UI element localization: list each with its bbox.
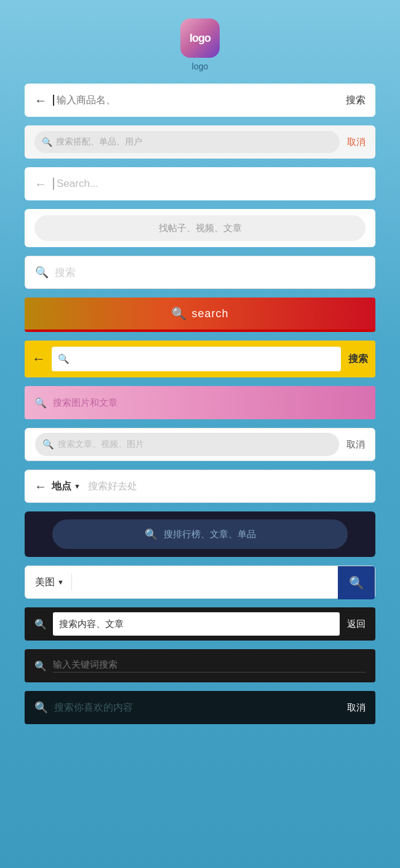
search-pill-9[interactable]: 🔍 搜索文章、视频、图片 bbox=[35, 433, 339, 456]
search-row-3: ← Search... bbox=[25, 167, 375, 200]
search-row-8: 🔍 搜索图片和文章 bbox=[25, 386, 375, 419]
search-row-13: 🔍 搜索内容、文章 返回 bbox=[25, 607, 375, 641]
search-icon-2: 🔍 bbox=[42, 137, 52, 147]
logo-section: logo logo bbox=[180, 18, 220, 71]
search-button-1[interactable]: 搜索 bbox=[346, 94, 366, 107]
back-arrow-7[interactable]: ← bbox=[32, 351, 46, 367]
divider-12 bbox=[71, 574, 72, 591]
location-placeholder-10: 搜索好去处 bbox=[88, 480, 137, 493]
search-label-6: search bbox=[191, 307, 228, 320]
back-arrow-1[interactable]: ← bbox=[34, 93, 47, 108]
search-row-1: ← 搜索 bbox=[25, 84, 375, 117]
search-placeholder-8: 搜索图片和文章 bbox=[53, 397, 118, 409]
search-input-14[interactable] bbox=[53, 659, 366, 673]
search-placeholder-5: 搜索 bbox=[55, 266, 76, 280]
search-icon-9: 🔍 bbox=[42, 439, 54, 450]
category-label-12: 美图 bbox=[35, 576, 55, 589]
logo-label: logo bbox=[192, 61, 208, 71]
search-icon-11: 🔍 bbox=[145, 528, 158, 541]
search-icon-14: 🔍 bbox=[34, 660, 47, 672]
search-row-2: 🔍 搜索搭配、单品、用户 取消 bbox=[25, 125, 375, 159]
search-icon-7: 🔍 bbox=[58, 353, 70, 365]
search-inner-2[interactable]: 🔍 搜索搭配、单品、用户 bbox=[34, 131, 340, 153]
search-row-6[interactable]: 🔍 search bbox=[25, 298, 375, 332]
search-pill-11[interactable]: 🔍 搜排行榜、文章、单品 bbox=[52, 519, 348, 549]
search-icon-6: 🔍 bbox=[171, 306, 186, 321]
search-input-area-13[interactable]: 搜索内容、文章 bbox=[53, 612, 340, 636]
search-icon-13: 🔍 bbox=[34, 618, 47, 630]
search-row-11: 🔍 搜排行榜、文章、单品 bbox=[25, 511, 375, 557]
search-row-4: 找帖子、视频、文章 bbox=[25, 209, 375, 247]
search-pill-4[interactable]: 找帖子、视频、文章 bbox=[34, 215, 366, 241]
search-icon-12: 🔍 bbox=[349, 575, 364, 590]
location-label-10: 地点 bbox=[52, 480, 71, 493]
cancel-button-9[interactable]: 取消 bbox=[346, 439, 365, 451]
search-row-7: ← 🔍 搜索 bbox=[25, 341, 375, 377]
search-placeholder-13: 搜索内容、文章 bbox=[59, 618, 124, 630]
search-row-15: 🔍 搜索你喜欢的内容 取消 bbox=[25, 691, 375, 724]
search-row-14: 🔍 bbox=[25, 649, 375, 682]
dropdown-arrow-12[interactable]: ▼ bbox=[57, 578, 64, 586]
pill-text-4: 找帖子、视频、文章 bbox=[159, 223, 242, 234]
return-button-13[interactable]: 返回 bbox=[347, 618, 366, 630]
search-placeholder-15: 搜索你喜欢的内容 bbox=[54, 701, 340, 714]
cancel-button-15[interactable]: 取消 bbox=[347, 702, 366, 714]
search-input-box-7[interactable]: 🔍 bbox=[52, 347, 341, 371]
search-icon-5: 🔍 bbox=[35, 266, 49, 279]
search-row-10: ← 地点 ▼ 搜索好去处 bbox=[25, 470, 375, 503]
logo-icon: logo bbox=[180, 18, 220, 58]
search-placeholder-11: 搜排行榜、文章、单品 bbox=[164, 529, 256, 540]
back-arrow-3[interactable]: ← bbox=[34, 177, 47, 191]
search-placeholder-9: 搜索文章、视频、图片 bbox=[58, 439, 144, 450]
search-input-1[interactable] bbox=[53, 95, 346, 106]
search-button-7[interactable]: 搜索 bbox=[348, 353, 368, 366]
search-icon-8: 🔍 bbox=[34, 397, 47, 409]
cancel-button-2[interactable]: 取消 bbox=[347, 136, 366, 148]
search-placeholder-3: Search... bbox=[53, 178, 98, 190]
search-row-5: 🔍 搜索 bbox=[25, 256, 375, 289]
dropdown-arrow-10[interactable]: ▼ bbox=[74, 483, 81, 490]
search-icon-15: 🔍 bbox=[34, 701, 48, 714]
back-arrow-10[interactable]: ← bbox=[34, 479, 47, 494]
search-row-9: 🔍 搜索文章、视频、图片 取消 bbox=[25, 428, 375, 461]
search-row-12: 美图 ▼ 🔍 bbox=[25, 566, 375, 599]
logo-text: logo bbox=[190, 32, 210, 45]
search-placeholder-2: 搜索搭配、单品、用户 bbox=[56, 136, 142, 148]
search-button-12[interactable]: 🔍 bbox=[338, 566, 375, 599]
